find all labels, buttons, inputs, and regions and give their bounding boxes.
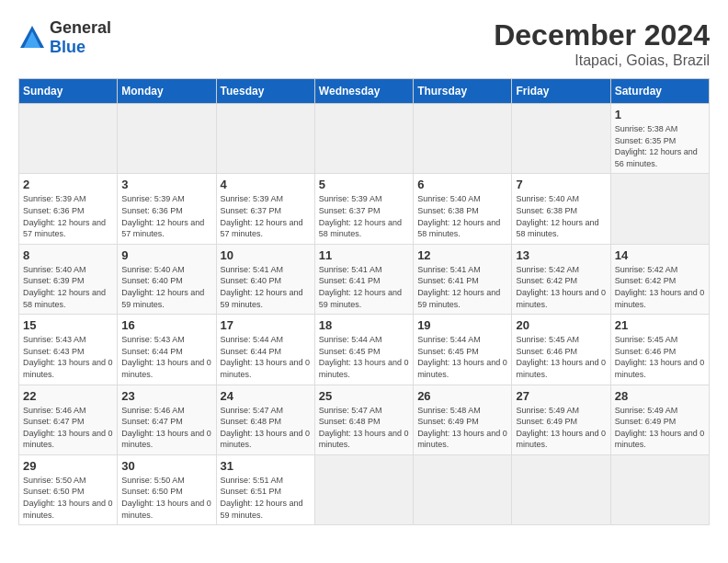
empty-cell [118,104,216,174]
empty-cell [512,454,610,524]
day-info: Sunrise: 5:41 AMSunset: 6:40 PMDaylight:… [221,264,311,310]
day-info: Sunrise: 5:39 AMSunset: 6:37 PMDaylight:… [221,193,311,239]
day-info: Sunrise: 5:51 AMSunset: 6:51 PMDaylight:… [221,475,311,521]
day-cell-2: 2 Sunrise: 5:39 AMSunset: 6:36 PMDayligh… [19,174,118,244]
day-number: 19 [417,318,507,332]
day-info: Sunrise: 5:49 AMSunset: 6:49 PMDaylight:… [516,405,606,451]
day-number: 21 [615,318,705,332]
location-title: Itapaci, Goias, Brazil [494,52,710,69]
day-cell-3: 3 Sunrise: 5:39 AMSunset: 6:36 PMDayligh… [118,174,216,244]
day-cell-19: 19 Sunrise: 5:44 AMSunset: 6:45 PMDaylig… [414,315,512,385]
empty-cell [216,104,314,174]
day-info: Sunrise: 5:45 AMSunset: 6:46 PMDaylight:… [516,334,606,380]
day-number: 17 [221,318,311,332]
empty-cell [610,454,709,524]
day-header-thursday: Thursday [414,79,512,104]
day-cell-16: 16 Sunrise: 5:43 AMSunset: 6:44 PMDaylig… [118,315,216,385]
day-info: Sunrise: 5:39 AMSunset: 6:36 PMDaylight:… [23,193,113,239]
title-area: December 2024 Itapaci, Goias, Brazil [494,18,710,69]
day-cell-13: 13 Sunrise: 5:42 AMSunset: 6:42 PMDaylig… [512,244,610,314]
day-cell-21: 21 Sunrise: 5:45 AMSunset: 6:46 PMDaylig… [610,315,709,385]
day-info: Sunrise: 5:46 AMSunset: 6:47 PMDaylight:… [121,405,211,451]
calendar-week-2: 2 Sunrise: 5:39 AMSunset: 6:36 PMDayligh… [19,174,710,244]
day-cell-14: 14 Sunrise: 5:42 AMSunset: 6:42 PMDaylig… [610,244,709,314]
day-number: 28 [615,389,705,403]
day-cell-22: 22 Sunrise: 5:46 AMSunset: 6:47 PMDaylig… [19,385,118,454]
day-number: 13 [516,248,606,262]
logo: General Blue [18,18,111,57]
day-number: 22 [23,389,113,403]
day-number: 27 [516,389,606,403]
day-info: Sunrise: 5:48 AMSunset: 6:49 PMDaylight:… [417,405,507,451]
header: General Blue December 2024 Itapaci, Goia… [18,18,710,69]
day-info: Sunrise: 5:43 AMSunset: 6:43 PMDaylight:… [23,334,113,380]
day-info: Sunrise: 5:39 AMSunset: 6:37 PMDaylight:… [319,193,409,239]
empty-cell [19,104,118,174]
day-cell-18: 18 Sunrise: 5:44 AMSunset: 6:45 PMDaylig… [314,315,413,385]
day-info: Sunrise: 5:47 AMSunset: 6:48 PMDaylight:… [221,405,311,451]
calendar-week-5: 22 Sunrise: 5:46 AMSunset: 6:47 PMDaylig… [19,385,710,454]
calendar-week-1: 1 Sunrise: 5:38 AMSunset: 6:35 PMDayligh… [19,104,710,174]
day-cell-29: 29 Sunrise: 5:50 AMSunset: 6:50 PMDaylig… [19,454,118,524]
day-number: 5 [319,178,409,191]
day-info: Sunrise: 5:46 AMSunset: 6:47 PMDaylight:… [23,405,113,451]
day-number: 16 [121,318,211,332]
day-info: Sunrise: 5:41 AMSunset: 6:41 PMDaylight:… [417,264,507,310]
day-number: 15 [23,318,113,332]
day-number: 4 [221,178,311,191]
day-cell-4: 4 Sunrise: 5:39 AMSunset: 6:37 PMDayligh… [216,174,314,244]
day-header-monday: Monday [118,79,216,104]
day-number: 25 [319,389,409,403]
day-info: Sunrise: 5:38 AMSunset: 6:35 PMDaylight:… [615,123,705,169]
logo-general: General [50,18,111,37]
day-cell-17: 17 Sunrise: 5:44 AMSunset: 6:44 PMDaylig… [216,315,314,385]
day-number: 8 [23,248,113,262]
day-cell-24: 24 Sunrise: 5:47 AMSunset: 6:48 PMDaylig… [216,385,314,454]
day-info: Sunrise: 5:44 AMSunset: 6:45 PMDaylight:… [319,334,409,380]
day-header-wednesday: Wednesday [314,79,413,104]
day-info: Sunrise: 5:50 AMSunset: 6:50 PMDaylight:… [121,475,211,521]
day-number: 31 [221,459,311,473]
day-cell-31: 31 Sunrise: 5:51 AMSunset: 6:51 PMDaylig… [216,454,314,524]
day-number: 20 [516,318,606,332]
calendar-week-4: 15 Sunrise: 5:43 AMSunset: 6:43 PMDaylig… [19,315,710,385]
day-number: 2 [23,178,113,191]
calendar-week-3: 8 Sunrise: 5:40 AMSunset: 6:39 PMDayligh… [19,244,710,314]
day-number: 3 [121,178,211,191]
day-cell-7: 7 Sunrise: 5:40 AMSunset: 6:38 PMDayligh… [512,174,610,244]
day-number: 1 [615,108,705,121]
day-info: Sunrise: 5:49 AMSunset: 6:49 PMDaylight:… [615,405,705,451]
empty-cell [314,454,413,524]
day-info: Sunrise: 5:44 AMSunset: 6:45 PMDaylight:… [417,334,507,380]
logo-text: General Blue [50,18,111,57]
day-cell-9: 9 Sunrise: 5:40 AMSunset: 6:40 PMDayligh… [118,244,216,314]
logo-icon [18,24,46,52]
day-info: Sunrise: 5:47 AMSunset: 6:48 PMDaylight:… [319,405,409,451]
day-cell-25: 25 Sunrise: 5:47 AMSunset: 6:48 PMDaylig… [314,385,413,454]
day-cell-8: 8 Sunrise: 5:40 AMSunset: 6:39 PMDayligh… [19,244,118,314]
day-number: 11 [319,248,409,262]
empty-cell [414,104,512,174]
day-cell-6: 6 Sunrise: 5:40 AMSunset: 6:38 PMDayligh… [414,174,512,244]
day-header-saturday: Saturday [610,79,709,104]
day-cell-12: 12 Sunrise: 5:41 AMSunset: 6:41 PMDaylig… [414,244,512,314]
month-title: December 2024 [494,18,710,52]
day-number: 23 [121,389,211,403]
day-cell-27: 27 Sunrise: 5:49 AMSunset: 6:49 PMDaylig… [512,385,610,454]
day-cell-15: 15 Sunrise: 5:43 AMSunset: 6:43 PMDaylig… [19,315,118,385]
day-number: 9 [121,248,211,262]
day-number: 24 [221,389,311,403]
day-cell-10: 10 Sunrise: 5:41 AMSunset: 6:40 PMDaylig… [216,244,314,314]
day-cell-28: 28 Sunrise: 5:49 AMSunset: 6:49 PMDaylig… [610,385,709,454]
day-header-friday: Friday [512,79,610,104]
day-number: 6 [417,178,507,191]
empty-cell [414,454,512,524]
day-cell-11: 11 Sunrise: 5:41 AMSunset: 6:41 PMDaylig… [314,244,413,314]
day-number: 7 [516,178,606,191]
day-cell-5: 5 Sunrise: 5:39 AMSunset: 6:37 PMDayligh… [314,174,413,244]
day-number: 26 [417,389,507,403]
day-number: 30 [121,459,211,473]
day-info: Sunrise: 5:41 AMSunset: 6:41 PMDaylight:… [319,264,409,310]
day-cell-20: 20 Sunrise: 5:45 AMSunset: 6:46 PMDaylig… [512,315,610,385]
day-cell-1: 1 Sunrise: 5:38 AMSunset: 6:35 PMDayligh… [610,104,709,174]
